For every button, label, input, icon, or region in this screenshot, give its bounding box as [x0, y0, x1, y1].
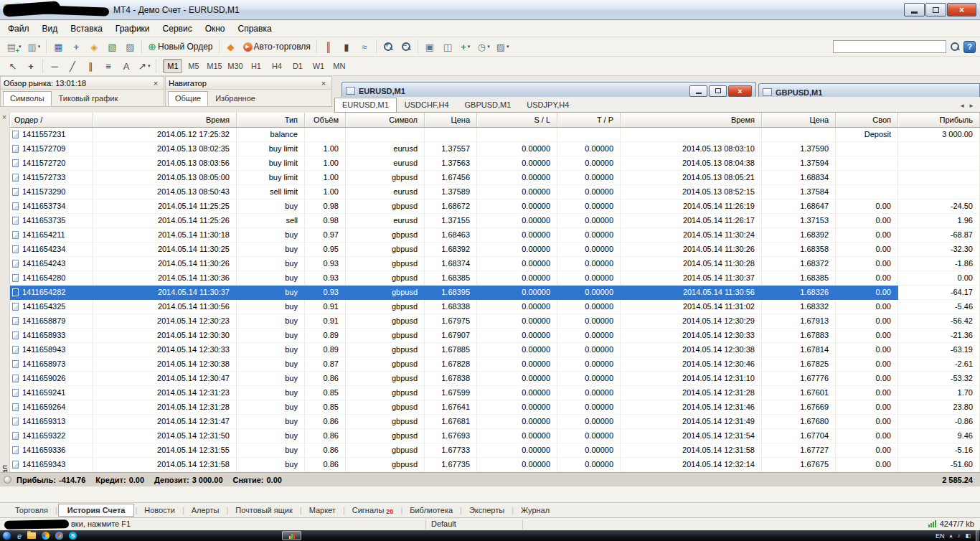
tray-network-icon[interactable]: ◧ — [965, 532, 971, 539]
market-watch-tab-1[interactable]: Тиковый график — [52, 91, 126, 106]
terminal-tab-6[interactable]: Сигналы20 — [346, 504, 400, 516]
zoom-out-button[interactable]: − — [397, 39, 415, 55]
terminal-button[interactable]: ▧ — [103, 39, 121, 55]
timeframe-m30[interactable]: M30 — [225, 59, 245, 73]
horizontal-line-button[interactable]: ─ — [46, 58, 63, 74]
column-header-3[interactable]: Объём — [305, 113, 346, 127]
terminal-tab-1[interactable]: История Счета — [58, 504, 135, 517]
chart-tab-3[interactable]: USDJPY,H4 — [519, 98, 577, 112]
terminal-tab-4[interactable]: Почтовый ящик — [229, 504, 298, 516]
table-row[interactable]: 14116537342014.05.14 11:25:25buy0.98gbpu… — [10, 199, 980, 214]
channel-button[interactable]: ∥ — [82, 58, 99, 74]
table-row[interactable]: 14115727332014.05.13 08:05:00buy limit1.… — [10, 171, 980, 185]
help-icon[interactable]: ? — [963, 41, 976, 53]
table-row[interactable]: 14116593222014.05.14 12:31:50buy0.86gbpu… — [10, 429, 980, 443]
table-row[interactable]: 14116593362014.05.14 12:31:55buy0.86gbpu… — [10, 443, 980, 458]
search-icon[interactable] — [950, 42, 960, 52]
status-profile[interactable]: Default — [431, 519, 456, 528]
table-row[interactable]: 14116588792014.05.14 12:30:23buy0.91gbpu… — [10, 314, 980, 329]
fibonacci-button[interactable]: ≡ — [100, 58, 117, 74]
table-row[interactable]: 14116593132014.05.14 12:31:47buy0.86gbpu… — [10, 415, 980, 429]
column-header-4[interactable]: Символ — [346, 113, 425, 127]
table-row[interactable]: 14116542342014.05.14 11:30:25buy0.95gbpu… — [10, 243, 980, 257]
timeframe-d1[interactable]: D1 — [288, 59, 307, 73]
scroll-right-icon[interactable]: ► — [969, 103, 974, 109]
column-header-8[interactable]: Время — [621, 113, 762, 127]
column-header-7[interactable]: T / P — [557, 113, 621, 127]
periods-button[interactable]: ◷▾ — [475, 39, 493, 55]
profiles-button[interactable]: ▥▾ — [25, 39, 44, 55]
table-row[interactable]: 14115727202014.05.13 08:03:56buy limit1.… — [10, 156, 980, 171]
language-indicator[interactable]: EN — [936, 532, 945, 540]
chart-tab-1[interactable]: USDCHF,H4 — [397, 98, 457, 112]
indicators-button[interactable]: +▾ — [457, 39, 474, 55]
search-input[interactable] — [833, 40, 946, 53]
autotrading-button[interactable]: ▶Авто-торговля — [240, 39, 314, 55]
timeframe-m1[interactable]: M1 — [163, 59, 182, 73]
data-window-button[interactable]: + — [67, 39, 85, 55]
terminal-tab-9[interactable]: Журнал — [514, 504, 556, 516]
column-header-2[interactable]: Тип — [237, 113, 305, 127]
terminal-tab-0[interactable]: Торговля — [9, 504, 55, 516]
candlestick-button[interactable]: ▮ — [338, 39, 355, 55]
timeframe-w1[interactable]: W1 — [308, 59, 328, 73]
terminal-tab-5[interactable]: Маркет — [303, 504, 342, 516]
table-row[interactable]: 14116589732014.05.14 12:30:38buy0.87gbpu… — [10, 357, 980, 372]
column-header-10[interactable]: Своп — [836, 113, 898, 127]
terminal-tab-2[interactable]: Новости — [138, 504, 182, 516]
table-row[interactable]: 14115572312014.05.12 17:25:32balanceDepo… — [10, 128, 980, 142]
table-row[interactable]: 14116589332014.05.14 12:30:30buy0.89gbpu… — [10, 329, 980, 343]
zoom-in-button[interactable]: + — [380, 39, 397, 55]
table-row[interactable]: 14116542432014.05.14 11:30:26buy0.93gbpu… — [10, 257, 980, 271]
cursor-button[interactable]: ↖ — [4, 58, 22, 74]
timeframe-mn[interactable]: MN — [329, 59, 349, 73]
table-row[interactable]: 14116542822014.05.14 11:30:37buy0.93gbpu… — [10, 286, 980, 300]
trendline-button[interactable]: ╱ — [64, 58, 81, 74]
terminal-close-icon[interactable]: × — [2, 113, 6, 121]
taskbar-active-mt4[interactable] — [282, 531, 301, 540]
chart-tab-0[interactable]: EURUSD,M1 — [334, 98, 397, 112]
menu-item-1[interactable]: Вид — [36, 22, 65, 36]
new-order-button[interactable]: ⊕Новый Ордер — [145, 39, 215, 55]
column-header-0[interactable]: Ордер / — [10, 113, 93, 127]
close-button[interactable]: × — [947, 3, 976, 17]
table-row[interactable]: 14116592412014.05.14 12:31:23buy0.85gbpu… — [10, 386, 980, 400]
chart-close-button[interactable]: × — [728, 85, 752, 97]
bar-chart-button[interactable]: ║ — [320, 39, 337, 55]
navigator-tab-1[interactable]: Избранное — [208, 91, 263, 106]
shapes-button[interactable]: ↗▾ — [136, 58, 153, 74]
menu-item-6[interactable]: Справка — [232, 22, 278, 36]
menu-item-0[interactable]: Файл — [1, 22, 36, 36]
explorer-folder-icon[interactable] — [27, 532, 36, 539]
metaeditor-button[interactable]: ◆ — [222, 39, 240, 55]
cascade-windows-button[interactable]: ▣ — [421, 39, 438, 55]
market-watch-close-icon[interactable]: × — [151, 79, 161, 88]
line-chart-button[interactable]: ≈ — [356, 39, 373, 55]
menu-item-2[interactable]: Вставка — [64, 22, 109, 36]
timeframe-m5[interactable]: M5 — [184, 59, 203, 73]
column-header-5[interactable]: Цена — [425, 113, 477, 127]
table-row[interactable]: 14116542112014.05.14 11:30:18buy0.97gbpu… — [10, 228, 980, 243]
column-header-6[interactable]: S / L — [477, 113, 557, 127]
crosshair-button[interactable]: + — [22, 58, 39, 74]
chart-minimize-button[interactable] — [689, 85, 707, 97]
column-header-9[interactable]: Цена — [762, 113, 836, 127]
table-row[interactable]: 14116592642014.05.14 12:31:28buy0.85gbpu… — [10, 400, 980, 415]
table-row[interactable]: 14116590262014.05.14 12:30:47buy0.86gbpu… — [10, 372, 980, 386]
chrome-icon[interactable] — [55, 532, 63, 540]
table-row[interactable]: 14116542802014.05.14 11:30:36buy0.93gbpu… — [10, 271, 980, 286]
start-button[interactable] — [2, 531, 11, 540]
navigator-tab-0[interactable]: Общие — [168, 91, 208, 106]
menu-item-3[interactable]: Графики — [109, 22, 156, 36]
terminal-tab-7[interactable]: Библиотека — [403, 504, 459, 516]
internet-explorer-icon[interactable]: e — [17, 532, 22, 540]
skype-icon[interactable]: S — [69, 532, 77, 540]
minimize-button[interactable] — [904, 3, 925, 17]
chart-restore-button[interactable] — [709, 85, 727, 97]
terminal-tab-8[interactable]: Эксперты — [463, 504, 511, 516]
scroll-left-icon[interactable]: ◄ — [959, 103, 965, 109]
strategy-tester-button[interactable]: ▨ — [121, 39, 138, 55]
templates-button[interactable]: ▨▾ — [494, 39, 512, 55]
new-chart-button[interactable]: ▤+▾ — [3, 39, 24, 55]
table-row[interactable]: 14116593432014.05.14 12:31:58buy0.86gbpu… — [10, 458, 980, 472]
